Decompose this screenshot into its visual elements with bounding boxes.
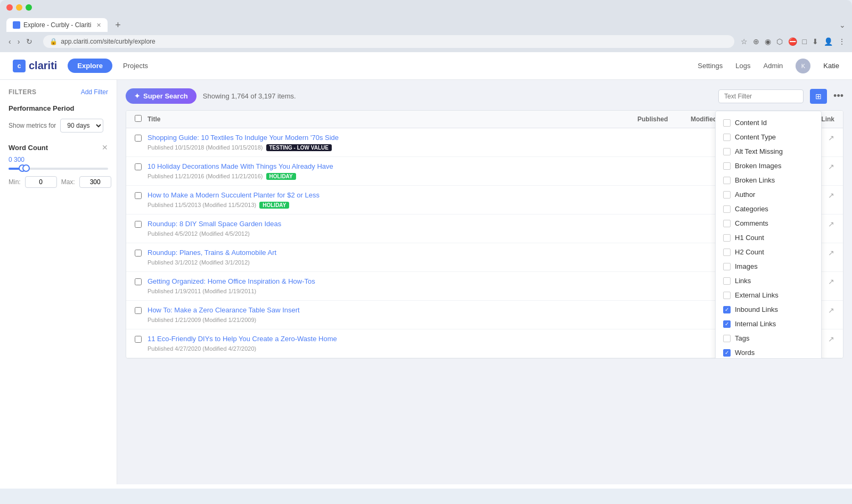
super-search-button[interactable]: ✦ Super Search <box>126 88 196 104</box>
explore-button[interactable]: Explore <box>68 59 112 73</box>
header-checkbox-col <box>135 115 148 123</box>
extension-icon-4[interactable]: ⛔ <box>788 37 797 46</box>
dropdown-checkbox[interactable]: ✓ <box>723 306 731 313</box>
window-maximize[interactable] <box>26 4 32 11</box>
extension-icon-1[interactable]: ⊕ <box>753 37 759 46</box>
dropdown-item[interactable]: Categories <box>716 202 821 216</box>
slider-thumb-max[interactable] <box>22 164 30 172</box>
dropdown-item[interactable]: Tags <box>716 331 821 345</box>
forward-button[interactable]: › <box>15 36 22 47</box>
dropdown-item[interactable]: Broken Images <box>716 159 821 173</box>
dropdown-checkbox[interactable] <box>723 335 731 342</box>
new-tab-button[interactable]: + <box>112 20 124 31</box>
reload-button[interactable]: ↻ <box>24 36 35 47</box>
row-title[interactable]: 10 Holiday Decorations Made With Things … <box>148 162 744 170</box>
row-checkbox[interactable] <box>135 307 142 314</box>
avatar[interactable]: K <box>796 59 810 73</box>
dropdown-item[interactable]: Images <box>716 259 821 274</box>
dropdown-item[interactable]: External Links <box>716 288 821 302</box>
external-link-icon[interactable]: ↗ <box>828 306 834 315</box>
dropdown-checkbox[interactable] <box>723 205 731 213</box>
row-title[interactable]: Getting Organized: Home Office Inspirati… <box>148 277 744 285</box>
more-options-button[interactable]: ••• <box>833 90 843 102</box>
row-title[interactable]: Shopping Guide: 10 Textiles To Indulge Y… <box>148 134 744 142</box>
row-title[interactable]: How To: Make a Zero Clearance Table Saw … <box>148 306 744 314</box>
dropdown-item[interactable]: Alt Text Missing <box>716 144 821 159</box>
tab-manager-icon[interactable]: ⌄ <box>839 21 846 29</box>
address-bar[interactable]: 🔒 app.clariti.com/site/curbly/explore <box>43 35 734 48</box>
select-all-checkbox[interactable] <box>135 115 142 122</box>
dropdown-item[interactable]: Author <box>716 187 821 202</box>
external-link-icon[interactable]: ↗ <box>828 191 834 200</box>
dropdown-item[interactable]: Links <box>716 274 821 288</box>
text-filter-input[interactable] <box>718 89 804 103</box>
dropdown-checkbox[interactable] <box>723 119 731 127</box>
extension-icon-3[interactable]: ⬡ <box>776 37 783 46</box>
dropdown-checkbox[interactable] <box>723 277 731 285</box>
back-button[interactable]: ‹ <box>6 36 13 47</box>
dropdown-item[interactable]: ✓ Words <box>716 345 821 359</box>
logs-link[interactable]: Logs <box>735 62 750 70</box>
menu-icon[interactable]: ⋮ <box>838 37 846 46</box>
dropdown-item[interactable]: H2 Count <box>716 245 821 259</box>
admin-link[interactable]: Admin <box>764 62 783 70</box>
extension-icon-2[interactable]: ◉ <box>765 37 771 46</box>
row-checkbox[interactable] <box>135 336 142 343</box>
window-minimize[interactable] <box>16 4 22 11</box>
dropdown-item[interactable]: Content Id <box>716 115 821 130</box>
min-input[interactable]: 0 <box>25 176 57 188</box>
word-count-close[interactable]: ✕ <box>102 143 108 152</box>
bookmark-icon[interactable]: ☆ <box>741 37 748 46</box>
window-close[interactable] <box>6 4 13 11</box>
extension-icon-6[interactable]: ⬇ <box>812 37 818 46</box>
max-label: Max: <box>61 178 75 186</box>
dropdown-checkbox[interactable] <box>723 177 731 184</box>
extension-icon-5[interactable]: □ <box>802 37 807 46</box>
dropdown-item[interactable]: ✓ Inbound Links <box>716 302 821 317</box>
dropdown-item[interactable]: Broken Links <box>716 173 821 187</box>
dropdown-checkbox[interactable]: ✓ <box>723 349 731 357</box>
period-select[interactable]: 90 days 30 days 7 days <box>60 119 103 133</box>
dropdown-checkbox[interactable] <box>723 162 731 170</box>
dropdown-checkbox[interactable] <box>723 134 731 141</box>
row-title[interactable]: How to Make a Modern Succulent Planter f… <box>148 191 744 199</box>
dropdown-checkbox[interactable] <box>723 148 731 155</box>
external-link-icon[interactable]: ↗ <box>828 335 834 343</box>
row-checkbox[interactable] <box>135 221 142 228</box>
settings-link[interactable]: Settings <box>698 62 723 70</box>
row-title[interactable]: Roundup: 8 DIY Small Space Garden Ideas <box>148 220 744 228</box>
dropdown-checkbox[interactable]: ✓ <box>723 320 731 328</box>
active-browser-tab[interactable]: Explore - Curbly - Clariti ✕ <box>6 18 108 32</box>
add-filter-button[interactable]: Add Filter <box>81 88 108 96</box>
row-checkbox[interactable] <box>135 163 142 170</box>
external-link-icon[interactable]: ↗ <box>828 162 834 171</box>
external-link-icon[interactable]: ↗ <box>828 134 834 142</box>
projects-link[interactable]: Projects <box>123 62 148 70</box>
header-published[interactable]: Published <box>637 115 691 123</box>
row-title[interactable]: 11 Eco-Friendly DIYs to Help You Create … <box>148 335 744 343</box>
profile-icon[interactable]: 👤 <box>824 37 833 46</box>
row-checkbox[interactable] <box>135 135 142 142</box>
dropdown-checkbox[interactable] <box>723 234 731 242</box>
dropdown-checkbox[interactable] <box>723 220 731 227</box>
tab-close-button[interactable]: ✕ <box>96 22 101 29</box>
external-link-icon[interactable]: ↗ <box>828 220 834 228</box>
external-link-icon[interactable]: ↗ <box>828 249 834 257</box>
row-checkbox[interactable] <box>135 192 142 199</box>
max-input[interactable]: 300 <box>79 176 111 188</box>
row-title[interactable]: Roundup: Planes, Trains & Automobile Art <box>148 249 744 257</box>
row-checkbox[interactable] <box>135 250 142 257</box>
columns-button[interactable]: ⊞ <box>810 89 827 104</box>
dropdown-item[interactable]: H1 Count <box>716 230 821 245</box>
dropdown-item[interactable]: Comments <box>716 216 821 230</box>
dropdown-checkbox[interactable] <box>723 249 731 256</box>
word-count-slider[interactable] <box>9 168 108 170</box>
external-link-icon[interactable]: ↗ <box>828 277 834 286</box>
dropdown-checkbox[interactable] <box>723 292 731 299</box>
row-checkbox[interactable] <box>135 278 142 285</box>
word-count-section: Word Count ✕ 0 300 Min: 0 Max: 300 <box>9 143 108 188</box>
dropdown-checkbox[interactable] <box>723 191 731 199</box>
dropdown-item[interactable]: Content Type <box>716 130 821 144</box>
dropdown-checkbox[interactable] <box>723 263 731 270</box>
dropdown-item[interactable]: ✓ Internal Links <box>716 317 821 331</box>
